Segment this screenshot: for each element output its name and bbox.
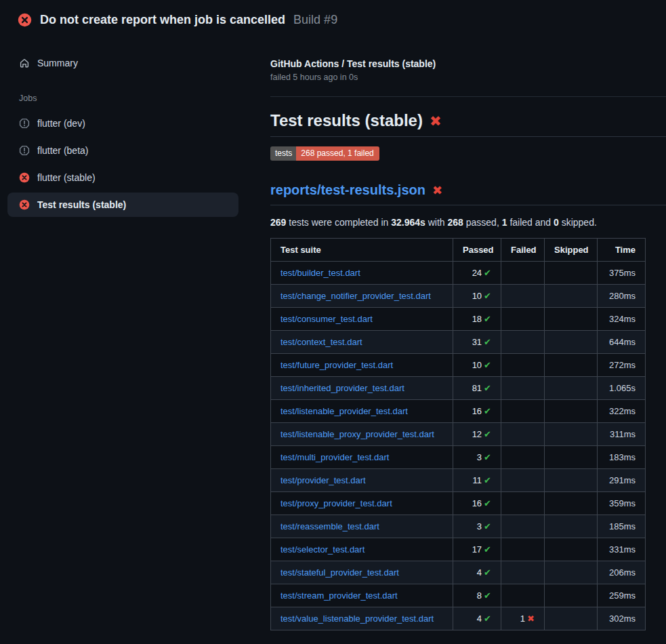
check-icon: ✔ [484, 268, 491, 278]
check-icon: ✔ [484, 360, 491, 370]
suite-cell: test/reassemble_test.dart [271, 515, 453, 538]
test-suite-link[interactable]: test/listenable_provider_test.dart [280, 406, 443, 416]
failed-cell [501, 446, 545, 469]
summary-segment: passed, [463, 217, 502, 228]
report-file-link[interactable]: reports/test-results.json [270, 182, 425, 198]
suite-cell: test/stream_provider_test.dart [271, 584, 453, 607]
sidebar-job-item[interactable]: Test results (stable) [7, 193, 238, 217]
passed-cell: 3✔ [453, 446, 501, 469]
test-results-table: Test suitePassedFailedSkippedTime test/b… [270, 238, 646, 630]
cancelled-stop-icon [19, 118, 30, 129]
table-row: test/listenable_provider_test.dart 16✔ 3… [271, 400, 646, 423]
job-item-label: flutter (dev) [37, 118, 85, 129]
sidebar-item-summary[interactable]: Summary [7, 51, 238, 75]
summary-segment: 269 [270, 217, 286, 228]
failed-cell [501, 262, 545, 285]
failed-cell [501, 377, 545, 400]
test-suite-link[interactable]: test/consumer_test.dart [280, 314, 443, 324]
build-number: Build #9 [293, 13, 337, 27]
summary-line: 269 tests were completed in 32.964s with… [270, 217, 666, 228]
summary-segment: failed and [507, 217, 554, 228]
table-row: test/change_notifier_provider_test.dart … [271, 285, 646, 308]
test-suite-link[interactable]: test/listenable_proxy_provider_test.dart [280, 429, 443, 439]
test-suite-link[interactable]: test/future_provider_test.dart [280, 360, 443, 370]
test-suite-link[interactable]: test/selector_test.dart [280, 544, 443, 555]
check-icon: ✔ [484, 452, 491, 462]
skipped-cell [545, 446, 598, 469]
suite-cell: test/provider_test.dart [271, 469, 453, 492]
skipped-cell [545, 423, 598, 446]
suite-cell: test/builder_test.dart [271, 262, 453, 285]
suite-cell: test/context_test.dart [271, 331, 453, 354]
sidebar-job-item[interactable]: flutter (dev) [7, 111, 238, 136]
table-row: test/listenable_proxy_provider_test.dart… [271, 423, 646, 446]
time-cell: 183ms [598, 446, 646, 469]
test-suite-link[interactable]: test/stream_provider_test.dart [280, 590, 443, 601]
test-suite-link[interactable]: test/value_listenable_provider_test.dart [280, 613, 443, 624]
passed-cell: 81✔ [453, 377, 501, 400]
time-cell: 1.065s [598, 377, 646, 400]
failed-cell: 1✖ [501, 607, 545, 630]
test-suite-link[interactable]: test/inherited_provider_test.dart [280, 383, 443, 393]
skipped-cell [545, 469, 598, 492]
header-divider [270, 96, 666, 97]
failed-x-circle-icon [19, 199, 30, 210]
test-suite-link[interactable]: test/reassemble_test.dart [280, 521, 443, 531]
skipped-cell [545, 607, 598, 630]
suite-cell: test/consumer_test.dart [271, 308, 453, 331]
time-cell: 302ms [598, 607, 646, 630]
test-suite-link[interactable]: test/multi_provider_test.dart [280, 452, 443, 462]
passed-cell: 16✔ [453, 492, 501, 515]
test-suite-link[interactable]: test/builder_test.dart [280, 268, 443, 278]
skipped-cell [545, 538, 598, 561]
time-cell: 259ms [598, 584, 646, 607]
sidebar-job-item[interactable]: flutter (beta) [7, 138, 238, 163]
passed-cell: 3✔ [453, 515, 501, 538]
test-suite-link[interactable]: test/context_test.dart [280, 337, 443, 347]
test-suite-link[interactable]: test/stateful_provider_test.dart [280, 567, 443, 578]
check-icon: ✔ [484, 567, 491, 578]
home-icon [19, 58, 30, 68]
check-icon: ✔ [484, 291, 491, 301]
main-content: GitHub Actions / Test results (stable) f… [251, 38, 666, 630]
passed-cell: 11✔ [453, 469, 501, 492]
passed-cell: 4✔ [453, 607, 501, 630]
tests-status-badge: tests 268 passed, 1 failed [270, 146, 379, 161]
table-row: test/proxy_provider_test.dart 16✔ 359ms [271, 492, 646, 515]
failed-x-icon: ✖ [432, 184, 442, 197]
skipped-cell [545, 331, 598, 354]
suite-cell: test/change_notifier_provider_test.dart [271, 285, 453, 308]
column-header-failed: Failed [501, 239, 545, 262]
check-icon: ✔ [484, 521, 491, 531]
table-row: test/reassemble_test.dart 3✔ 185ms [271, 515, 646, 538]
time-cell: 322ms [598, 400, 646, 423]
passed-cell: 18✔ [453, 308, 501, 331]
failed-cell [501, 285, 545, 308]
jobs-list: flutter (dev) flutter (beta) flutter (st… [0, 111, 251, 217]
jobs-section-label: Jobs [19, 94, 251, 103]
skipped-cell [545, 584, 598, 607]
summary-segment: tests were completed in [286, 217, 391, 228]
test-suite-link[interactable]: test/provider_test.dart [280, 475, 443, 485]
cancelled-stop-icon [19, 145, 30, 156]
report-file-heading: reports/test-results.json ✖ [270, 182, 666, 205]
sidebar: Summary Jobs flutter (dev) flutter (beta… [0, 38, 251, 217]
failed-cell [501, 354, 545, 377]
time-cell: 375ms [598, 262, 646, 285]
table-row: test/selector_test.dart 17✔ 331ms [271, 538, 646, 561]
test-suite-link[interactable]: test/proxy_provider_test.dart [280, 498, 443, 508]
passed-cell: 8✔ [453, 584, 501, 607]
suite-cell: test/value_listenable_provider_test.dart [271, 607, 453, 630]
skipped-cell [545, 285, 598, 308]
fail-x-icon: ✖ [527, 613, 535, 624]
badge-label: tests [270, 146, 296, 161]
time-cell: 311ms [598, 423, 646, 446]
time-cell: 359ms [598, 492, 646, 515]
time-cell: 206ms [598, 561, 646, 584]
failed-cell [501, 515, 545, 538]
test-suite-link[interactable]: test/change_notifier_provider_test.dart [280, 291, 443, 301]
sidebar-job-item[interactable]: flutter (stable) [7, 165, 238, 190]
failed-cell [501, 584, 545, 607]
failed-cell [501, 469, 545, 492]
column-header-skipped: Skipped [545, 239, 598, 262]
